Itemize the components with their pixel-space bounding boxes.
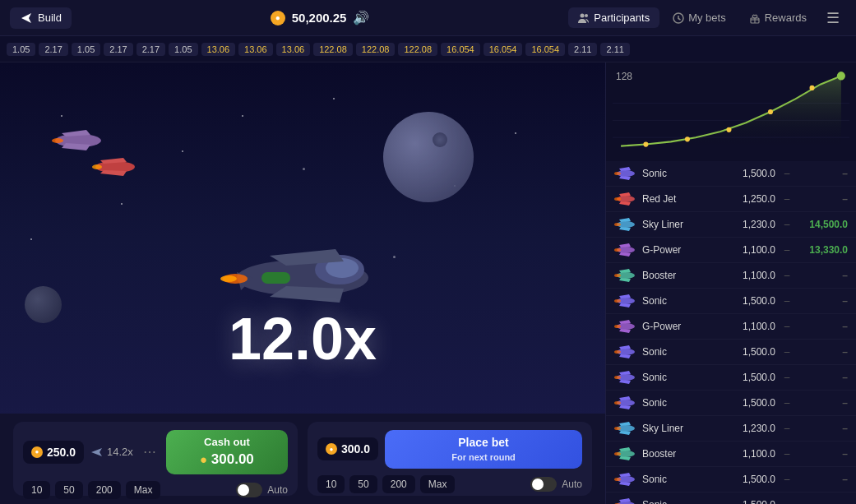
svg-point-66 <box>614 376 621 379</box>
svg-marker-65 <box>619 380 631 384</box>
tab-participants[interactable]: Participants <box>568 7 659 28</box>
participant-win: – <box>798 423 848 434</box>
bet-panel-right-bottom: 10 50 200 Max Auto <box>317 475 582 493</box>
header-right: Participants My bets Rewards ☰ <box>568 6 846 30</box>
quick-bet-50-left[interactable]: 50 <box>55 481 82 499</box>
participant-dash: – <box>780 270 794 281</box>
quick-bet-50-right[interactable]: 50 <box>349 475 377 493</box>
game-canvas: 12.0x <box>0 62 605 414</box>
mult-badge: 16.054 <box>525 43 565 56</box>
svg-point-0 <box>581 13 585 17</box>
svg-marker-77 <box>619 456 631 460</box>
svg-marker-24 <box>621 76 841 147</box>
participant-name: Booster <box>642 270 729 281</box>
history-icon <box>673 12 684 24</box>
svg-marker-84 <box>619 498 631 502</box>
participant-bet: 1,100.0 <box>734 321 775 332</box>
svg-point-62 <box>614 350 621 354</box>
controls-area: ● 250.0 14.2x ⋯ Cash out ● 3 <box>0 414 605 504</box>
cashout-button[interactable]: Cash out ● 300.00 <box>166 430 288 474</box>
mult-badge: 1.05 <box>72 43 100 56</box>
participant-win: – <box>798 474 848 485</box>
place-bet-button[interactable]: Place bet For next round <box>385 430 582 469</box>
tab-my-bets[interactable]: My bets <box>663 7 736 28</box>
header-left: Build <box>10 7 72 29</box>
participants-table: Sonic 1,500.0 – – Red Jet 1,250.0 – – Sk… <box>606 161 856 504</box>
header-center: ● 50,200.25 🔊 <box>271 10 370 25</box>
svg-marker-37 <box>619 201 631 206</box>
table-row: Sky Liner 1,230.0 – – <box>606 416 856 442</box>
participant-plane-icon <box>614 318 637 335</box>
participant-win: – <box>798 397 848 409</box>
svg-point-74 <box>614 427 621 430</box>
tab-my-bets-label: My bets <box>688 12 726 24</box>
mult-badge: 2.11 <box>568 43 597 56</box>
quick-bet-10-left[interactable]: 10 <box>23 481 50 499</box>
quick-bet-max-left[interactable]: Max <box>126 481 161 499</box>
table-row: Sonic 1,500.0 – – <box>606 492 856 504</box>
svg-marker-64 <box>619 371 631 375</box>
table-row: Booster 1,100.0 – – <box>606 442 856 467</box>
mult-badge: 2.17 <box>104 43 132 56</box>
participant-dash: – <box>780 193 794 205</box>
participant-bet: 1,100.0 <box>734 244 775 256</box>
participant-bet: 1,230.0 <box>734 219 775 230</box>
participant-plane-icon <box>614 191 637 207</box>
svg-marker-19 <box>100 170 127 176</box>
sound-button[interactable]: 🔊 <box>353 10 369 25</box>
svg-marker-81 <box>619 482 631 486</box>
svg-point-46 <box>614 248 621 252</box>
participant-name: G-Power <box>642 244 729 256</box>
coin-icon-left: ● <box>31 446 43 458</box>
auto-label-right: Auto <box>562 479 582 490</box>
table-row: Booster 1,100.0 – – <box>606 263 856 289</box>
quick-bet-200-right[interactable]: 200 <box>382 475 415 493</box>
game-area: 12.0x ● 250.0 14.2x ⋯ <box>0 62 605 504</box>
participant-bet: 1,500.0 <box>734 499 775 504</box>
build-button[interactable]: Build <box>10 7 72 29</box>
auto-switch-left[interactable] <box>236 483 262 497</box>
bet-amount-left-value: 250.0 <box>47 446 76 459</box>
mult-badge: 13.06 <box>238 43 273 56</box>
cashout-amount: ● 300.00 <box>200 450 254 469</box>
multiplier-display: 12.0x <box>229 305 377 372</box>
quick-bet-10-right[interactable]: 10 <box>317 475 345 493</box>
mult-badge: 16.054 <box>441 43 480 56</box>
svg-marker-56 <box>619 320 631 324</box>
svg-point-38 <box>614 197 621 201</box>
moon-decoration <box>383 112 474 202</box>
tab-rewards[interactable]: Rewards <box>739 7 817 28</box>
participant-plane-icon <box>614 446 637 462</box>
participant-dash: – <box>780 295 794 307</box>
quick-bet-max-right[interactable]: Max <box>420 475 456 493</box>
mult-badge: 1.05 <box>169 43 197 56</box>
aircraft-small1 <box>49 128 107 153</box>
participant-win: – <box>798 346 848 358</box>
svg-point-28 <box>768 109 773 114</box>
header: Build ● 50,200.25 🔊 Participants My bets <box>0 0 856 36</box>
small-moon-decoration <box>25 286 62 323</box>
svg-point-12 <box>220 275 237 282</box>
coin-icon: ● <box>271 11 285 25</box>
bet-amount-right-value: 300.0 <box>341 442 370 455</box>
coin-icon-right: ● <box>326 443 337 455</box>
participant-dash: – <box>780 372 794 383</box>
table-row: Red Jet 1,250.0 – – <box>606 187 856 212</box>
participant-name: Sonic <box>642 346 729 358</box>
bet-multiplier-left-value: 14.2x <box>107 446 133 458</box>
participant-name: Booster <box>642 448 729 460</box>
auto-switch-right[interactable] <box>530 477 557 492</box>
menu-button[interactable]: ☰ <box>820 6 846 30</box>
balance-display: 50,200.25 <box>292 11 347 25</box>
participant-dash: – <box>780 219 794 230</box>
chart-label: 128 <box>616 71 632 82</box>
multiplier-bar: 1.052.171.052.172.171.0513.0613.0613.061… <box>0 36 856 62</box>
mult-badge: 2.11 <box>600 43 629 56</box>
participant-win: 13,330.0 <box>798 244 848 256</box>
quick-bet-200-left[interactable]: 200 <box>88 481 121 499</box>
participant-bet: 1,230.0 <box>734 423 775 434</box>
options-button-left[interactable]: ⋯ <box>140 444 160 460</box>
svg-marker-68 <box>619 396 631 400</box>
svg-point-16 <box>52 138 63 143</box>
place-bet-line1: Place bet <box>458 435 508 451</box>
